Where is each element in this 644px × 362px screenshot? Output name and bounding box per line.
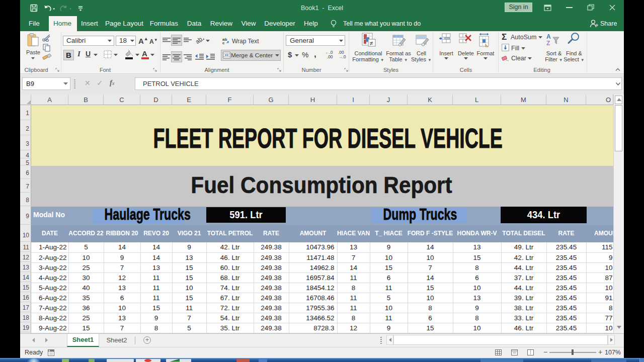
svg-text:Z: Z (546, 40, 550, 46)
svg-text:c: c (222, 41, 225, 44)
svg-text:≠: ≠ (370, 40, 373, 47)
svg-text:A: A (546, 33, 551, 40)
